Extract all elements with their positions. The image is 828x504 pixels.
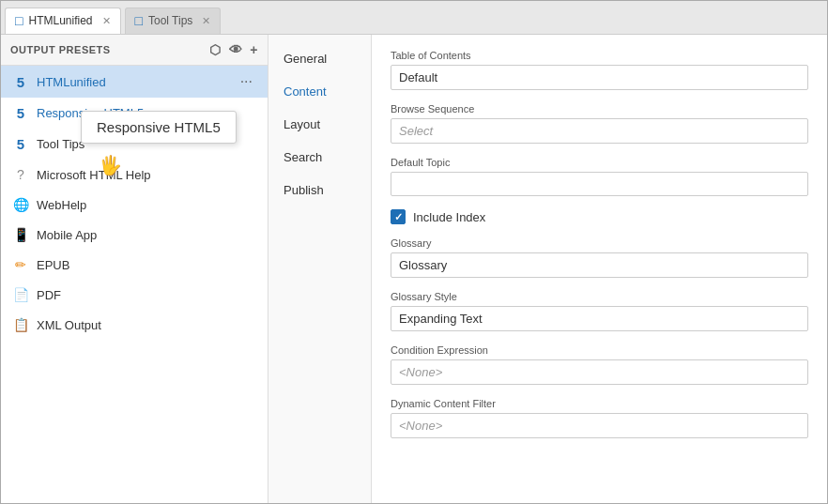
sidebar-item-microsoft[interactable]: ? Microsoft HTML Help (1, 160, 268, 190)
tab-htmlunified-close[interactable]: ✕ (102, 15, 111, 27)
tab-htmlunified[interactable]: □ HTMLunified ✕ (5, 8, 121, 34)
globe-icon-webhelp: 🌐 (12, 197, 29, 212)
right-panel: Table of Contents Default Browse Sequenc… (372, 35, 827, 503)
field-group-toc: Table of Contents Default (391, 50, 808, 90)
sidebar-item-epub[interactable]: ✏ EPUB (1, 250, 268, 280)
field-group-glossary: Glossary Glossary (391, 237, 808, 278)
pdf-icon: 📄 (12, 287, 29, 302)
checkbox-row-includeindex: Include Index (391, 209, 808, 224)
sidebar-item-htmlunified[interactable]: 5 HTMLunified ··· 🖐 (1, 66, 268, 98)
browse-label: Browse Sequence (391, 103, 808, 115)
tab-bar: □ HTMLunified ✕ □ Tool Tips ✕ (1, 1, 827, 35)
includeindex-label: Include Index (413, 210, 485, 224)
sidebar-header: OUTPUT PRESETS ⬡ 👁 + (1, 35, 268, 66)
sidebar-item-xml-label: XML Output (37, 318, 256, 332)
nav-content[interactable]: Content (268, 75, 371, 108)
sidebar-header-actions: ⬡ 👁 + (209, 42, 258, 57)
css-icon-tooltips: 5 (12, 136, 29, 152)
glossary-label: Glossary (391, 237, 808, 249)
sidebar-item-htmlunified-label: HTMLunified (37, 75, 229, 89)
nav-search[interactable]: Search (268, 141, 371, 174)
glossary-value[interactable]: Glossary (391, 252, 808, 278)
toc-label: Table of Contents (391, 50, 808, 61)
field-group-browse: Browse Sequence Select (391, 103, 808, 144)
conditionexpr-label: Condition Expression (391, 344, 808, 356)
sidebar-item-pdf-label: PDF (37, 288, 256, 302)
field-group-glossarystyle: Glossary Style Expanding Text (391, 291, 808, 331)
main-content: OUTPUT PRESETS ⬡ 👁 + 5 HTMLunified ··· 🖐… (1, 35, 827, 503)
add-icon[interactable]: + (250, 42, 258, 57)
preview-icon[interactable]: 👁 (229, 42, 243, 57)
defaulttopic-label: Default Topic (391, 157, 808, 168)
tooltip-popup: Responsive HTML5 (81, 111, 237, 144)
dynamicfilter-label: Dynamic Content Filter (391, 398, 808, 409)
defaulttopic-value[interactable] (391, 172, 808, 196)
sidebar-item-webhelp[interactable]: 🌐 WebHelp (1, 190, 268, 220)
sidebar-item-epub-label: EPUB (37, 258, 256, 272)
tab-tooltips-close[interactable]: ✕ (202, 15, 210, 27)
field-group-conditionexpr: Condition Expression <None> (391, 344, 808, 385)
toc-value[interactable]: Default (391, 65, 808, 90)
sidebar-header-label: OUTPUT PRESETS (10, 44, 111, 55)
sidebar-item-webhelp-label: WebHelp (37, 198, 256, 212)
tab-tooltips-icon: □ (135, 13, 143, 28)
sidebar-item-xml[interactable]: 📋 XML Output (1, 310, 268, 340)
css-icon-responsive: 5 (12, 105, 29, 121)
nav-general[interactable]: General (268, 42, 371, 75)
tab-htmlunified-icon: □ (15, 13, 23, 28)
includeindex-checkbox[interactable] (391, 209, 406, 224)
middle-nav: General Content Layout Search Publish (268, 35, 372, 503)
conditionexpr-value[interactable]: <None> (391, 359, 808, 385)
export-icon[interactable]: ⬡ (209, 42, 222, 57)
sidebar-item-htmlunified-more[interactable]: ··· (237, 73, 256, 90)
glossarystyle-label: Glossary Style (391, 291, 808, 302)
nav-layout[interactable]: Layout (268, 108, 371, 141)
xml-icon: 📋 (12, 317, 29, 332)
browse-value[interactable]: Select (391, 118, 808, 144)
field-group-defaulttopic: Default Topic (391, 157, 808, 196)
mobile-icon: 📱 (12, 227, 29, 242)
field-group-dynamicfilter: Dynamic Content Filter <None> (391, 398, 808, 438)
dynamicfilter-value[interactable]: <None> (391, 413, 808, 438)
sidebar-item-microsoft-label: Microsoft HTML Help (37, 168, 256, 182)
css-icon-htmlunified: 5 (12, 74, 29, 90)
tab-tooltips-label: Tool Tips (148, 14, 192, 27)
nav-publish[interactable]: Publish (268, 174, 371, 206)
sidebar-item-pdf[interactable]: 📄 PDF (1, 280, 268, 310)
epub-icon: ✏ (12, 257, 29, 272)
sidebar-item-mobileapp[interactable]: 📱 Mobile App (1, 220, 268, 250)
tab-tooltips[interactable]: □ Tool Tips ✕ (125, 8, 222, 34)
sidebar-item-mobileapp-label: Mobile App (37, 228, 256, 242)
sidebar: OUTPUT PRESETS ⬡ 👁 + 5 HTMLunified ··· 🖐… (1, 35, 268, 503)
glossarystyle-value[interactable]: Expanding Text (391, 306, 808, 331)
question-icon-microsoft: ? (12, 167, 29, 182)
tab-htmlunified-label: HTMLunified (28, 14, 92, 27)
